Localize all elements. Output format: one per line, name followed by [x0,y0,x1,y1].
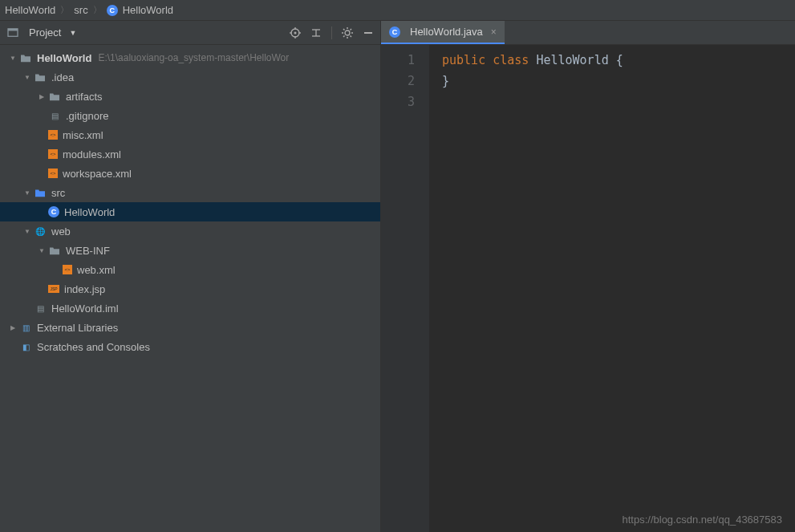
xml-icon: <> [48,169,58,178]
project-dropdown[interactable]: Project ▼ [6,26,76,39]
jsp-icon: JSP [48,285,59,293]
folder-icon [48,244,61,257]
breadcrumb-label: HelloWorld [123,4,173,16]
watermark-text: https://blog.csdn.net/qq_43687583 [623,514,783,526]
tree-path-hint: E:\1\aaluoxiang-oa_system-master\HelloWo… [98,52,289,63]
svg-point-3 [294,31,297,34]
keyword: public [442,53,485,67]
svg-line-18 [343,35,345,37]
file-icon: ▤ [48,109,61,122]
chevron-down-icon: ▼ [8,55,18,62]
editor-tabs: C HelloWorld.java × [381,21,795,45]
editor-tab-label: HelloWorld.java [410,26,483,38]
project-icon [6,26,19,39]
tree-label: misc.xml [63,129,103,141]
tree-label: HelloWorld [37,52,91,64]
xml-icon: <> [63,265,72,274]
tree-label: HelloWorld.iml [51,303,119,315]
class-icon: C [107,5,118,16]
divider [331,26,332,39]
svg-rect-1 [8,28,18,30]
class-name: HelloWorld [536,53,608,67]
editor-area: C HelloWorld.java × 1 2 3 public class H… [381,21,795,532]
tree-class-helloworld[interactable]: ▶ C HelloWorld [0,202,380,221]
tree-label: index.jsp [64,283,105,295]
chevron-down-icon: ▼ [22,189,32,197]
locate-icon[interactable] [290,26,301,39]
brace: } [442,74,449,88]
editor-body[interactable]: 1 2 3 public class HelloWorld { } h [381,45,795,532]
xml-icon: <> [48,130,58,140]
tree-folder-src[interactable]: ▼ src [0,183,380,202]
chevron-down-icon: ▼ [22,74,32,81]
tree-label: .idea [51,71,74,83]
project-sidebar: Project ▼ ▼ [0,21,381,532]
folder-icon [34,71,47,83]
chevron-down-icon: ▼ [22,228,32,235]
class-icon: C [389,26,400,38]
editor-gutter: 1 2 3 [381,45,429,532]
tree-label: modules.xml [63,148,121,160]
svg-line-17 [351,35,352,37]
tree-file-workspace[interactable]: ▶ <> workspace.xml [0,164,380,183]
tree-file-misc[interactable]: ▶ <> misc.xml [0,125,380,144]
tree-project-root[interactable]: ▼ HelloWorld E:\1\aaluoxiang-oa_system-m… [0,48,380,67]
folder-icon [48,90,61,103]
chevron-right-icon: 〉 [93,4,102,16]
svg-line-19 [351,29,352,30]
tree-file-modules[interactable]: ▶ <> modules.xml [0,144,380,164]
breadcrumb-item-class[interactable]: C HelloWorld [107,4,173,16]
tree-label: External Libraries [37,322,118,334]
tree-folder-idea[interactable]: ▼ .idea [0,67,380,87]
keyword: class [493,53,529,67]
tree-label: Scratches and Consoles [37,341,150,353]
breadcrumb: HelloWorld 〉 src 〉 C HelloWorld [0,0,795,21]
chevron-right-icon: ▶ [37,93,47,100]
tree-label: artifacts [66,91,103,103]
line-number: 1 [381,50,415,71]
tree-label: web.xml [77,264,116,276]
editor-tab-helloworld[interactable]: C HelloWorld.java × [381,21,505,44]
tree-folder-artifacts[interactable]: ▶ artifacts [0,87,380,106]
tree-label: WEB-INF [66,245,110,257]
brace: { [616,53,623,67]
tree-external-libraries[interactable]: ▶ ▥ External Libraries [0,318,380,337]
web-folder-icon: 🌐 [34,225,47,238]
collapse-icon[interactable] [310,26,322,39]
gear-icon[interactable] [342,26,353,39]
tree-folder-webinf[interactable]: ▼ WEB-INF [0,241,380,260]
module-folder-icon [19,51,32,64]
tree-label: .gitignore [66,110,108,122]
svg-point-11 [345,30,350,35]
tree-file-gitignore[interactable]: ▶ ▤ .gitignore [0,106,380,125]
scratch-icon: ◧ [19,340,32,353]
chevron-right-icon: 〉 [60,4,69,16]
tree-file-iml[interactable]: ▶ ▤ HelloWorld.iml [0,298,380,318]
iml-icon: ▤ [34,302,47,315]
tree-label: HelloWorld [64,206,115,218]
class-icon: C [48,206,59,217]
line-number: 2 [381,71,415,91]
chevron-down-icon: ▼ [69,29,76,37]
breadcrumb-item-src[interactable]: src [74,4,87,16]
svg-line-16 [343,29,345,30]
breadcrumb-item-project[interactable]: HelloWorld [5,4,55,16]
tree-folder-web[interactable]: ▼ 🌐 web [0,221,380,241]
tree-file-webxml[interactable]: ▶ <> web.xml [0,260,380,279]
tree-label: web [51,225,71,238]
chevron-down-icon: ▼ [37,247,47,254]
library-icon: ▥ [19,321,32,334]
code-content[interactable]: public class HelloWorld { } [429,45,623,532]
tree-label: src [51,187,65,199]
project-tree: ▼ HelloWorld E:\1\aaluoxiang-oa_system-m… [0,45,380,532]
close-icon[interactable]: × [491,26,497,38]
minimize-icon[interactable] [363,26,374,39]
sidebar-title-label: Project [29,26,61,39]
xml-icon: <> [48,149,58,159]
line-number: 3 [381,91,415,112]
source-folder-icon [34,186,47,199]
breadcrumb-label: HelloWorld [5,4,55,16]
tree-scratches[interactable]: ▶ ◧ Scratches and Consoles [0,337,380,356]
chevron-right-icon: ▶ [8,324,18,331]
tree-file-indexjsp[interactable]: ▶ JSP index.jsp [0,279,380,298]
